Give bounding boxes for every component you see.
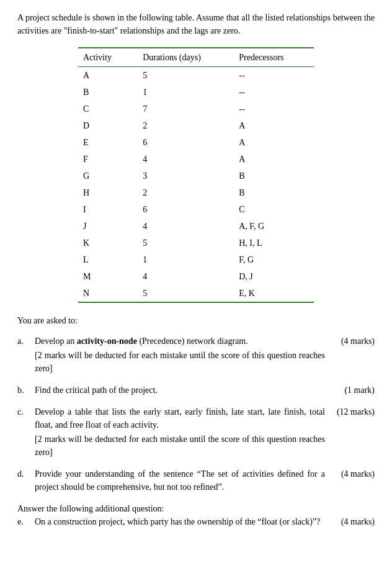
table-cell-0: K [78,235,138,251]
question-e-marks: (4 marks) [325,515,375,528]
question-label-3: d. [17,467,35,480]
question-e-label: e. [17,515,35,528]
table-row: C7-- [78,101,314,117]
question-text-before-bold-0: Develop an [35,336,77,346]
table-cell-0: C [78,101,138,117]
question-item-b: b.Find the critical path of the project.… [17,384,375,397]
question-text-after-bold-0: (Precedence) network diagram. [137,336,248,346]
table-cell-0: N [78,285,138,302]
question-main-text-2: Develop a table that lists the early sta… [35,407,325,430]
intro-text: A project schedule is shown in the follo… [17,11,375,37]
table-cell-0: L [78,251,138,268]
table-row: M4D, J [78,268,314,285]
question-item-a: a.Develop an activity-on-node (Precedenc… [17,335,375,375]
question-item-c: c.Develop a table that lists the early s… [17,405,375,459]
table-cell-2: -- [234,101,314,117]
table-cell-0: B [78,84,138,101]
questions-list: a.Develop an activity-on-node (Precedenc… [17,335,375,493]
table-row: F4A [78,151,314,168]
question-body-2: Develop a table that lists the early sta… [35,405,325,459]
table-cell-2: B [234,184,314,201]
table-row: L1F, G [78,251,314,268]
col-header-activity: Activity [78,48,138,67]
table-row: J4A, F, G [78,218,314,235]
table-cell-2: A [234,151,314,168]
question-body-1: Find the critical path of the project. [35,384,325,397]
table-cell-1: 7 [138,101,234,117]
table-row: D2A [78,117,314,134]
table-cell-2: C [234,201,314,218]
table-cell-1: 1 [138,84,234,101]
table-cell-2: -- [234,84,314,101]
table-row: G3B [78,168,314,184]
table-row: A5-- [78,67,314,84]
table-cell-0: H [78,184,138,201]
col-header-durations: Durations (days) [138,48,234,67]
you-asked-label: You are asked to: [17,314,375,327]
table-row: H2B [78,184,314,201]
table-cell-1: 5 [138,67,234,84]
table-row: I6C [78,201,314,218]
question-note-0: [2 marks will be deducted for each mista… [35,349,325,375]
question-label-2: c. [17,405,35,418]
table-cell-1: 6 [138,134,234,151]
activity-table: Activity Durations (days) Predecessors A… [78,47,314,303]
table-cell-0: G [78,168,138,184]
table-cell-0: A [78,67,138,84]
col-header-predecessors: Predecessors [234,48,314,67]
question-marks-1: (1 mark) [325,384,375,397]
table-cell-0: M [78,268,138,285]
table-cell-2: A [234,117,314,134]
question-body-0: Develop an activity-on-node (Precedence)… [35,335,325,375]
table-cell-1: 5 [138,235,234,251]
table-cell-2: H, I, L [234,235,314,251]
table-row: K5H, I, L [78,235,314,251]
table-cell-2: A, F, G [234,218,314,235]
question-e-item: e. On a construction project, which part… [17,515,375,528]
table-row: N5E, K [78,285,314,302]
question-body-3: Provide your understanding of the senten… [35,467,325,493]
table-cell-0: J [78,218,138,235]
table-cell-2: E, K [234,285,314,302]
question-main-text-3: Provide your understanding of the senten… [35,469,325,492]
question-e-body: On a construction project, which party h… [35,515,325,528]
table-cell-0: I [78,201,138,218]
activity-table-wrapper: Activity Durations (days) Predecessors A… [17,47,375,303]
question-label-0: a. [17,335,35,348]
question-bold-text-0: activity-on-node [77,336,137,346]
question-main-text-1: Find the critical path of the project. [35,385,158,395]
table-cell-1: 2 [138,117,234,134]
table-cell-1: 1 [138,251,234,268]
table-cell-1: 4 [138,151,234,168]
table-cell-2: D, J [234,268,314,285]
question-note-2: [2 marks will be deducted for each mista… [35,433,325,459]
table-cell-1: 4 [138,268,234,285]
table-cell-1: 2 [138,184,234,201]
question-item-d: d.Provide your understanding of the sent… [17,467,375,493]
table-cell-2: B [234,168,314,184]
table-row: E6A [78,134,314,151]
question-marks-3: (4 marks) [325,467,375,480]
question-e-text: On a construction project, which party h… [35,517,320,526]
table-cell-1: 4 [138,218,234,235]
table-cell-2: A [234,134,314,151]
table-cell-1: 3 [138,168,234,184]
table-cell-1: 6 [138,201,234,218]
table-cell-2: F, G [234,251,314,268]
question-label-1: b. [17,384,35,397]
table-cell-0: F [78,151,138,168]
table-cell-2: -- [234,67,314,84]
question-marks-2: (12 marks) [325,405,375,418]
table-row: B1-- [78,84,314,101]
answer-section: Answer the following additional question… [17,502,375,528]
question-marks-0: (4 marks) [325,335,375,348]
table-cell-0: E [78,134,138,151]
table-cell-0: D [78,117,138,134]
answer-section-label: Answer the following additional question… [17,502,375,515]
table-cell-1: 5 [138,285,234,302]
